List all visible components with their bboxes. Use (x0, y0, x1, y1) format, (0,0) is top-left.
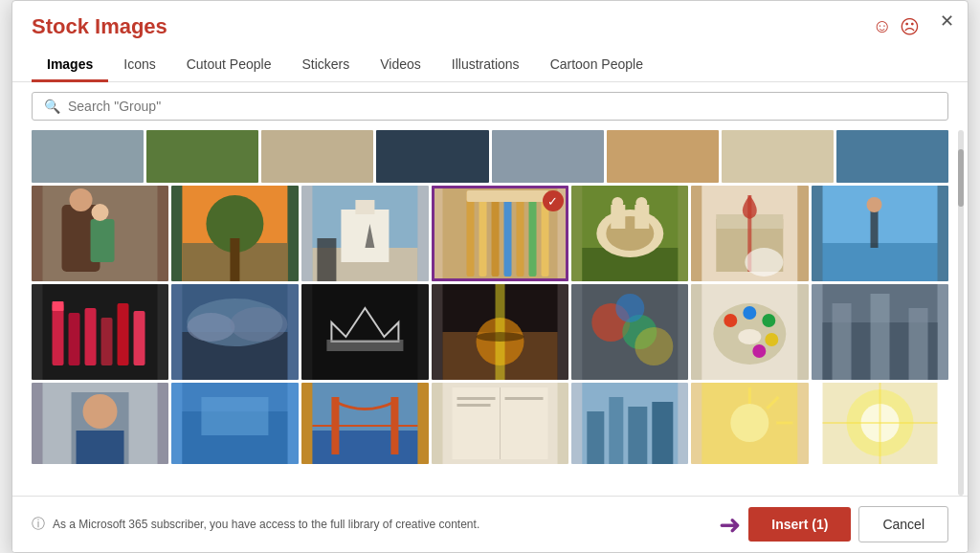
svg-rect-23 (466, 190, 548, 202)
svg-point-71 (766, 333, 779, 346)
sad-icon[interactable]: ☹ (900, 15, 920, 38)
svg-rect-39 (870, 210, 878, 248)
tab-icons[interactable]: Icons (108, 49, 170, 82)
svg-rect-18 (491, 190, 499, 276)
search-input-wrap: 🔍 (32, 92, 948, 121)
dialog-title: Stock Images (32, 14, 167, 39)
svg-rect-37 (822, 186, 937, 243)
tab-bar: Images Icons Cutout People Stickers Vide… (12, 39, 968, 82)
svg-point-103 (731, 404, 769, 442)
svg-point-68 (724, 314, 738, 327)
svg-rect-42 (53, 303, 64, 365)
list-item[interactable] (32, 383, 168, 464)
svg-rect-54 (312, 284, 417, 380)
svg-rect-16 (466, 190, 474, 276)
list-item[interactable] (691, 383, 809, 464)
svg-rect-86 (312, 383, 417, 431)
svg-rect-78 (908, 308, 927, 380)
list-item[interactable] (571, 186, 689, 281)
grid-row-3 (32, 383, 948, 464)
list-item[interactable] (301, 284, 429, 380)
svg-rect-47 (118, 303, 129, 365)
list-item[interactable] (376, 130, 488, 183)
svg-rect-20 (516, 190, 523, 276)
svg-point-30 (612, 197, 623, 209)
list-item[interactable] (571, 284, 689, 380)
search-icon: 🔍 (44, 99, 60, 114)
tab-illustrations[interactable]: Illustrations (436, 49, 535, 82)
list-item[interactable] (691, 284, 809, 380)
stock-images-dialog: Stock Images ☺ ☹ ✕ Images Icons Cutout P… (11, 0, 969, 553)
list-item-selected[interactable]: ✓ (432, 186, 568, 281)
svg-point-81 (83, 394, 118, 429)
close-button[interactable]: ✕ (940, 11, 954, 32)
svg-rect-76 (832, 303, 851, 380)
cancel-button[interactable]: Cancel (858, 506, 948, 542)
search-bar: 🔍 (12, 82, 968, 130)
tab-stickers[interactable]: Stickers (286, 49, 365, 82)
svg-rect-38 (822, 243, 937, 281)
image-grid-container: ✓ (12, 130, 968, 496)
svg-rect-100 (628, 407, 647, 464)
svg-rect-94 (457, 397, 495, 400)
svg-rect-46 (101, 318, 113, 365)
svg-point-2 (70, 188, 93, 211)
list-item[interactable] (432, 383, 568, 464)
list-item[interactable] (32, 284, 168, 380)
search-input[interactable] (68, 99, 936, 114)
list-item[interactable] (571, 383, 689, 464)
footer-info-text: As a Microsoft 365 subscriber, you have … (53, 518, 479, 531)
svg-rect-98 (587, 411, 604, 464)
svg-rect-17 (479, 190, 486, 276)
svg-point-36 (746, 248, 784, 276)
list-item[interactable] (691, 186, 809, 281)
list-item[interactable] (171, 383, 299, 464)
svg-rect-55 (326, 340, 403, 351)
svg-point-70 (763, 314, 776, 327)
svg-point-60 (476, 332, 523, 342)
svg-rect-44 (69, 313, 80, 365)
grid-row-top (32, 130, 948, 183)
list-item[interactable] (261, 130, 373, 183)
svg-point-52 (187, 313, 234, 342)
list-item[interactable] (812, 383, 948, 464)
arrow-indicator: ➜ (719, 509, 741, 541)
svg-point-69 (744, 306, 757, 320)
list-item[interactable] (722, 130, 834, 183)
svg-rect-8 (230, 238, 239, 281)
list-item[interactable] (812, 284, 948, 380)
list-item[interactable] (301, 186, 429, 281)
svg-point-72 (753, 344, 767, 358)
scrollbar-track (958, 130, 964, 496)
tab-videos[interactable]: Videos (365, 49, 436, 82)
list-item[interactable] (432, 284, 568, 380)
svg-rect-11 (341, 210, 389, 262)
tab-images[interactable]: Images (32, 49, 108, 82)
feedback-icons: ☺ ☹ (873, 15, 920, 38)
list-item[interactable] (146, 130, 258, 183)
svg-rect-21 (528, 190, 536, 276)
tab-cutout-people[interactable]: Cutout People (171, 49, 287, 82)
svg-rect-87 (312, 431, 417, 464)
list-item[interactable] (32, 186, 168, 281)
svg-rect-13 (317, 238, 336, 281)
list-item[interactable] (32, 130, 144, 183)
grid-row-2 (32, 284, 948, 380)
svg-rect-99 (609, 397, 623, 464)
tab-cartoon-people[interactable]: Cartoon People (535, 49, 658, 82)
list-item[interactable] (836, 130, 948, 183)
selection-check: ✓ (543, 190, 564, 211)
scrollbar-thumb[interactable] (958, 149, 964, 207)
svg-rect-95 (457, 404, 490, 407)
list-item[interactable] (492, 130, 604, 183)
svg-point-53 (230, 307, 287, 342)
insert-button[interactable]: Insert (1) (748, 507, 851, 542)
list-item[interactable] (171, 186, 299, 281)
list-item[interactable] (607, 130, 719, 183)
svg-rect-43 (53, 301, 64, 311)
list-item[interactable] (171, 284, 299, 380)
list-item[interactable] (812, 186, 948, 281)
list-item[interactable] (301, 383, 429, 464)
happy-icon[interactable]: ☺ (873, 15, 892, 38)
svg-rect-45 (85, 308, 97, 365)
